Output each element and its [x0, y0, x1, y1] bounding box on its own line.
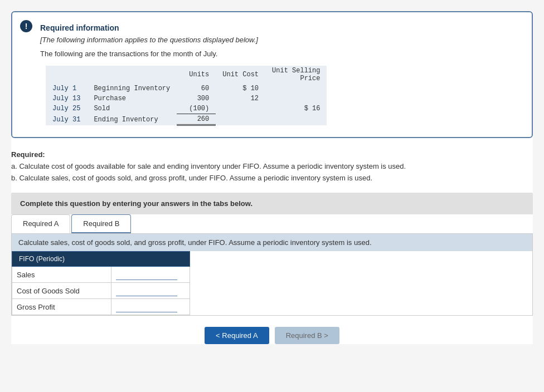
sales-input-cell	[111, 267, 190, 283]
tab-description: Calculate sales, cost of goods sold, and…	[12, 234, 532, 251]
gross-profit-input[interactable]	[116, 301, 177, 312]
answer-table: FIFO (Periodic) Sales Cost of Goods Sold	[12, 251, 190, 315]
info-box: ! Required information [The following in…	[11, 11, 533, 138]
complete-box: Complete this question by entering your …	[11, 193, 533, 214]
answer-row-sales: Sales	[12, 267, 190, 283]
cogs-label: Cost of Goods Sold	[12, 283, 111, 299]
gross-profit-input-cell	[111, 299, 190, 315]
cogs-input[interactable]	[116, 285, 177, 296]
info-title: Required information	[40, 23, 521, 32]
sales-input[interactable]	[116, 269, 177, 280]
col-cost-header: Unit Cost	[216, 66, 265, 84]
info-subtitle: [The following information applies to th…	[40, 36, 521, 44]
main-container: ! Required information [The following in…	[11, 11, 533, 344]
prev-button[interactable]: < Required A	[205, 327, 269, 344]
answer-row-cogs: Cost of Goods Sold	[12, 283, 190, 299]
answer-row-gross-profit: Gross Profit	[12, 299, 190, 315]
nav-buttons: < Required A Required B >	[11, 327, 533, 344]
next-button[interactable]: Required B >	[275, 327, 339, 344]
col-price-header: Unit Selling Price	[265, 66, 327, 84]
table-row: July 31 Ending Inventory 260	[46, 114, 327, 125]
sales-label: Sales	[12, 267, 111, 283]
tab-required-a[interactable]: Required A	[11, 214, 70, 233]
transaction-table: Units Unit Cost Unit Selling Price July …	[46, 66, 327, 126]
tab-content-area: Calculate sales, cost of goods sold, and…	[11, 233, 533, 316]
required-section: Required: a. Calculate cost of goods ava…	[11, 149, 533, 184]
tab-required-b[interactable]: Required B	[71, 214, 131, 233]
required-item-b: b. Calculate sales, cost of goods sold, …	[11, 174, 372, 182]
table-row: July 1 Beginning Inventory 60 $ 10	[46, 84, 327, 94]
gross-profit-label: Gross Profit	[12, 299, 111, 315]
table-row: July 13 Purchase 300 12	[46, 94, 327, 104]
table-row: July 25 Sold (100) $ 16	[46, 104, 327, 114]
answer-table-header: FIFO (Periodic)	[12, 252, 190, 267]
required-item-a: a. Calculate cost of goods available for…	[11, 162, 406, 170]
required-label: Required:	[11, 150, 45, 159]
info-description: The following are the transactions for t…	[40, 50, 521, 58]
col-units-header: Units	[177, 66, 216, 84]
cogs-input-cell	[111, 283, 190, 299]
info-icon: !	[20, 20, 32, 32]
tabs-container: Required A Required B	[11, 214, 533, 233]
